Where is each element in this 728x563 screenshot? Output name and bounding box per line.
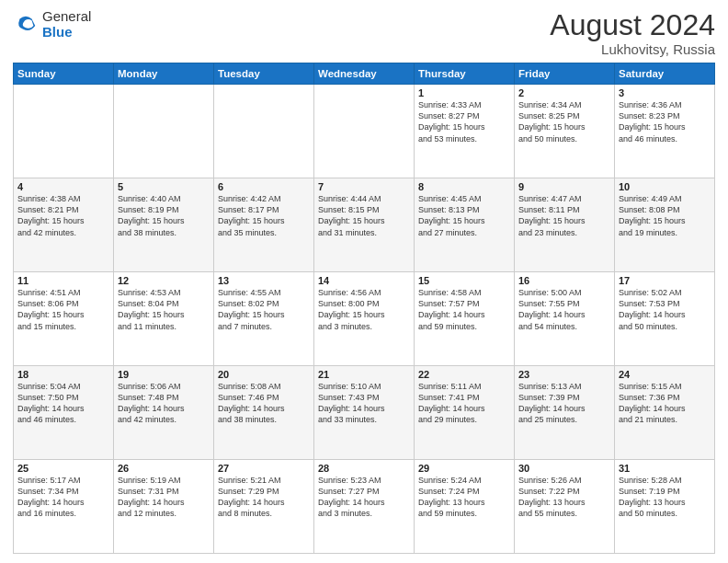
day-number: 16 [518,275,610,286]
title-block: August 2024 Lukhovitsy, Russia [550,9,715,57]
day-number: 23 [518,369,610,380]
day-number: 2 [518,87,610,98]
calendar-day-cell: 12Sunrise: 4:53 AM Sunset: 8:04 PM Dayli… [114,272,214,366]
day-number: 11 [17,275,109,286]
page: General Blue August 2024 Lukhovitsy, Rus… [0,0,728,563]
day-detail: Sunrise: 5:11 AM Sunset: 7:41 PM Dayligh… [418,381,510,426]
day-detail: Sunrise: 5:04 AM Sunset: 7:50 PM Dayligh… [17,381,109,426]
logo-icon [13,12,39,38]
col-header-wednesday: Wednesday [314,63,415,85]
day-number: 22 [418,369,510,380]
calendar-day-cell: 15Sunrise: 4:58 AM Sunset: 7:57 PM Dayli… [415,272,515,366]
logo: General Blue [13,9,91,40]
calendar-day-cell: 6Sunrise: 4:42 AM Sunset: 8:17 PM Daylig… [214,178,314,272]
day-detail: Sunrise: 4:58 AM Sunset: 7:57 PM Dayligh… [418,287,510,332]
day-detail: Sunrise: 4:42 AM Sunset: 8:17 PM Dayligh… [218,193,310,238]
day-detail: Sunrise: 5:26 AM Sunset: 7:22 PM Dayligh… [518,475,610,520]
calendar-empty-cell [214,85,314,178]
col-header-thursday: Thursday [415,63,515,85]
day-detail: Sunrise: 5:15 AM Sunset: 7:36 PM Dayligh… [619,381,711,426]
day-number: 4 [17,181,109,192]
calendar-day-cell: 10Sunrise: 4:49 AM Sunset: 8:08 PM Dayli… [615,178,715,272]
day-detail: Sunrise: 4:53 AM Sunset: 8:04 PM Dayligh… [118,287,210,332]
day-number: 7 [318,181,410,192]
day-detail: Sunrise: 5:23 AM Sunset: 7:27 PM Dayligh… [318,475,410,520]
day-number: 28 [318,463,410,474]
calendar-day-cell: 16Sunrise: 5:00 AM Sunset: 7:55 PM Dayli… [515,272,615,366]
day-number: 5 [118,181,210,192]
calendar-day-cell: 4Sunrise: 4:38 AM Sunset: 8:21 PM Daylig… [14,178,114,272]
calendar-empty-cell [114,85,214,178]
day-number: 13 [218,275,310,286]
logo-blue: Blue [42,25,91,40]
day-number: 24 [619,369,711,380]
day-number: 31 [619,463,711,474]
logo-general: General [42,9,91,25]
day-detail: Sunrise: 5:08 AM Sunset: 7:46 PM Dayligh… [218,381,310,426]
day-number: 9 [518,181,610,192]
calendar-day-cell: 3Sunrise: 4:36 AM Sunset: 8:23 PM Daylig… [615,85,715,178]
day-detail: Sunrise: 4:33 AM Sunset: 8:27 PM Dayligh… [418,99,510,144]
calendar-day-cell: 9Sunrise: 4:47 AM Sunset: 8:11 PM Daylig… [515,178,615,272]
day-number: 15 [418,275,510,286]
calendar-week-row: 4Sunrise: 4:38 AM Sunset: 8:21 PM Daylig… [14,178,715,272]
col-header-friday: Friday [515,63,615,85]
month-title: August 2024 [550,9,715,41]
day-number: 1 [418,87,510,98]
day-detail: Sunrise: 4:38 AM Sunset: 8:21 PM Dayligh… [17,193,109,238]
calendar-day-cell: 19Sunrise: 5:06 AM Sunset: 7:48 PM Dayli… [114,366,214,460]
day-detail: Sunrise: 5:13 AM Sunset: 7:39 PM Dayligh… [518,381,610,426]
day-number: 12 [118,275,210,286]
calendar-day-cell: 1Sunrise: 4:33 AM Sunset: 8:27 PM Daylig… [415,85,515,178]
day-detail: Sunrise: 4:45 AM Sunset: 8:13 PM Dayligh… [418,193,510,238]
day-detail: Sunrise: 4:55 AM Sunset: 8:02 PM Dayligh… [218,287,310,332]
day-detail: Sunrise: 5:06 AM Sunset: 7:48 PM Dayligh… [118,381,210,426]
calendar-table: SundayMondayTuesdayWednesdayThursdayFrid… [13,63,715,554]
calendar-day-cell: 31Sunrise: 5:28 AM Sunset: 7:19 PM Dayli… [615,460,715,554]
calendar-day-cell: 25Sunrise: 5:17 AM Sunset: 7:34 PM Dayli… [14,460,114,554]
calendar-day-cell: 8Sunrise: 4:45 AM Sunset: 8:13 PM Daylig… [415,178,515,272]
logo-text: General Blue [42,9,91,40]
day-number: 19 [118,369,210,380]
day-number: 3 [619,87,711,98]
header: General Blue August 2024 Lukhovitsy, Rus… [13,9,715,57]
calendar-empty-cell [314,85,415,178]
day-detail: Sunrise: 5:19 AM Sunset: 7:31 PM Dayligh… [118,475,210,520]
day-number: 14 [318,275,410,286]
calendar-day-cell: 28Sunrise: 5:23 AM Sunset: 7:27 PM Dayli… [314,460,415,554]
day-number: 25 [17,463,109,474]
calendar-header-row: SundayMondayTuesdayWednesdayThursdayFrid… [14,63,715,85]
day-detail: Sunrise: 4:36 AM Sunset: 8:23 PM Dayligh… [619,99,711,144]
calendar-week-row: 25Sunrise: 5:17 AM Sunset: 7:34 PM Dayli… [14,460,715,554]
calendar-day-cell: 27Sunrise: 5:21 AM Sunset: 7:29 PM Dayli… [214,460,314,554]
day-number: 21 [318,369,410,380]
day-detail: Sunrise: 5:10 AM Sunset: 7:43 PM Dayligh… [318,381,410,426]
calendar-day-cell: 17Sunrise: 5:02 AM Sunset: 7:53 PM Dayli… [615,272,715,366]
day-number: 20 [218,369,310,380]
day-number: 30 [518,463,610,474]
day-number: 6 [218,181,310,192]
day-detail: Sunrise: 5:21 AM Sunset: 7:29 PM Dayligh… [218,475,310,520]
day-detail: Sunrise: 5:24 AM Sunset: 7:24 PM Dayligh… [418,475,510,520]
calendar-day-cell: 20Sunrise: 5:08 AM Sunset: 7:46 PM Dayli… [214,366,314,460]
day-number: 27 [218,463,310,474]
col-header-saturday: Saturday [615,63,715,85]
calendar-day-cell: 29Sunrise: 5:24 AM Sunset: 7:24 PM Dayli… [415,460,515,554]
col-header-monday: Monday [114,63,214,85]
day-number: 8 [418,181,510,192]
calendar-week-row: 11Sunrise: 4:51 AM Sunset: 8:06 PM Dayli… [14,272,715,366]
day-detail: Sunrise: 4:51 AM Sunset: 8:06 PM Dayligh… [17,287,109,332]
calendar-day-cell: 21Sunrise: 5:10 AM Sunset: 7:43 PM Dayli… [314,366,415,460]
day-detail: Sunrise: 5:17 AM Sunset: 7:34 PM Dayligh… [17,475,109,520]
calendar-day-cell: 30Sunrise: 5:26 AM Sunset: 7:22 PM Dayli… [515,460,615,554]
day-number: 29 [418,463,510,474]
day-detail: Sunrise: 4:34 AM Sunset: 8:25 PM Dayligh… [518,99,610,144]
calendar-week-row: 1Sunrise: 4:33 AM Sunset: 8:27 PM Daylig… [14,85,715,178]
day-detail: Sunrise: 4:40 AM Sunset: 8:19 PM Dayligh… [118,193,210,238]
calendar-day-cell: 18Sunrise: 5:04 AM Sunset: 7:50 PM Dayli… [14,366,114,460]
calendar-day-cell: 26Sunrise: 5:19 AM Sunset: 7:31 PM Dayli… [114,460,214,554]
col-header-tuesday: Tuesday [214,63,314,85]
location: Lukhovitsy, Russia [550,41,715,57]
day-detail: Sunrise: 4:44 AM Sunset: 8:15 PM Dayligh… [318,193,410,238]
calendar-week-row: 18Sunrise: 5:04 AM Sunset: 7:50 PM Dayli… [14,366,715,460]
